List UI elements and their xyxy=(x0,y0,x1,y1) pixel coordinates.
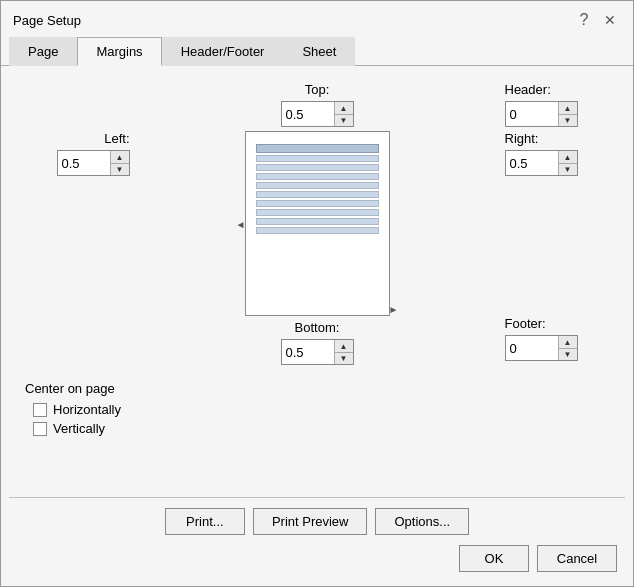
footer-spin-up[interactable]: ▲ xyxy=(559,336,577,348)
right-label: Right: xyxy=(505,131,539,146)
dialog-title: Page Setup xyxy=(13,13,81,28)
footer-label: Footer: xyxy=(505,316,546,331)
center-on-page-label: Center on page xyxy=(25,381,609,396)
left-area: Left: ▲ ▼ xyxy=(57,131,146,176)
bottom-input[interactable] xyxy=(282,340,334,364)
header-area: Header: ▲ ▼ xyxy=(489,82,578,127)
bottom-spin-down[interactable]: ▼ xyxy=(335,352,353,364)
tab-margins[interactable]: Margins xyxy=(77,37,161,66)
left-spin-up[interactable]: ▲ xyxy=(111,151,129,163)
arrow-left-icon: ◄ xyxy=(236,218,246,229)
left-spinner-btns: ▲ ▼ xyxy=(110,151,129,175)
tab-header-footer[interactable]: Header/Footer xyxy=(162,37,284,66)
top-spin-up[interactable]: ▲ xyxy=(335,102,353,114)
header-spin-down[interactable]: ▼ xyxy=(559,114,577,126)
preview-row-4 xyxy=(256,182,379,189)
margins-content: Top: ▲ ▼ Header: ▲ ▼ xyxy=(1,66,633,497)
right-spinner: ▲ ▼ xyxy=(505,150,578,176)
footer-spinner: ▲ ▼ xyxy=(505,335,578,361)
left-spinner: ▲ ▼ xyxy=(57,150,130,176)
close-button[interactable]: ✕ xyxy=(599,9,621,31)
vertically-checkbox[interactable] xyxy=(33,422,47,436)
header-spin-up[interactable]: ▲ xyxy=(559,102,577,114)
ok-button[interactable]: OK xyxy=(459,545,529,572)
page-preview-container: ◄ ► xyxy=(245,131,390,316)
left-input[interactable] xyxy=(58,151,110,175)
right-spinner-btns: ▲ ▼ xyxy=(558,151,577,175)
tab-sheet[interactable]: Sheet xyxy=(283,37,355,66)
top-label: Top: xyxy=(305,82,330,97)
print-preview-button[interactable]: Print Preview xyxy=(253,508,368,535)
header-label: Header: xyxy=(505,82,551,97)
right-spin-down[interactable]: ▼ xyxy=(559,163,577,175)
options-button[interactable]: Options... xyxy=(375,508,469,535)
center-on-page-section: Center on page Horizontally Vertically xyxy=(21,381,613,436)
footer-input[interactable] xyxy=(506,336,558,360)
preview-row-9 xyxy=(256,227,379,234)
preview-row-6 xyxy=(256,200,379,207)
right-spin-up[interactable]: ▲ xyxy=(559,151,577,163)
bottom-spinner-btns: ▲ ▼ xyxy=(334,340,353,364)
tab-page[interactable]: Page xyxy=(9,37,77,66)
preview-row-7 xyxy=(256,209,379,216)
left-spin-down[interactable]: ▼ xyxy=(111,163,129,175)
page-preview: ◄ ► xyxy=(245,131,390,316)
top-spin-down[interactable]: ▼ xyxy=(335,114,353,126)
left-label: Left: xyxy=(104,131,129,146)
bottom-spin-up[interactable]: ▲ xyxy=(335,340,353,352)
horizontally-checkbox[interactable] xyxy=(33,403,47,417)
horizontally-row: Horizontally xyxy=(33,402,609,417)
header-input[interactable] xyxy=(506,102,558,126)
vertically-label: Vertically xyxy=(53,421,105,436)
top-spinner-btns: ▲ ▼ xyxy=(334,102,353,126)
right-area: Right: ▲ ▼ xyxy=(489,131,578,176)
header-spinner-btns: ▲ ▼ xyxy=(558,102,577,126)
top-area: Top: ▲ ▼ xyxy=(281,82,354,127)
preview-row-1 xyxy=(256,155,379,162)
help-button[interactable]: ? xyxy=(573,9,595,31)
preview-rows xyxy=(256,144,379,303)
top-spinner: ▲ ▼ xyxy=(281,101,354,127)
preview-row-5 xyxy=(256,191,379,198)
tab-bar: Page Margins Header/Footer Sheet xyxy=(1,37,633,66)
margins-layout: Top: ▲ ▼ Header: ▲ ▼ xyxy=(21,82,613,365)
header-spinner: ▲ ▼ xyxy=(505,101,578,127)
print-button[interactable]: Print... xyxy=(165,508,245,535)
top-input[interactable] xyxy=(282,102,334,126)
footer-area: Footer: ▲ ▼ xyxy=(489,316,578,361)
footer-spinner-btns: ▲ ▼ xyxy=(558,336,577,360)
page-setup-dialog: Page Setup ? ✕ Page Margins Header/Foote… xyxy=(0,0,634,587)
right-input[interactable] xyxy=(506,151,558,175)
preview-row-header xyxy=(256,144,379,153)
preview-row-2 xyxy=(256,164,379,171)
horizontally-label: Horizontally xyxy=(53,402,121,417)
vertically-row: Vertically xyxy=(33,421,609,436)
bottom-label: Bottom: xyxy=(295,320,340,335)
preview-row-8 xyxy=(256,218,379,225)
title-bar: Page Setup ? ✕ xyxy=(1,1,633,35)
bottom-area: Bottom: ▲ ▼ xyxy=(281,320,354,365)
footer-spin-down[interactable]: ▼ xyxy=(559,348,577,360)
bottom-spinner: ▲ ▼ xyxy=(281,339,354,365)
arrow-right-icon: ► xyxy=(389,304,399,315)
cancel-button[interactable]: Cancel xyxy=(537,545,617,572)
preview-row-3 xyxy=(256,173,379,180)
title-controls: ? ✕ xyxy=(573,9,621,31)
